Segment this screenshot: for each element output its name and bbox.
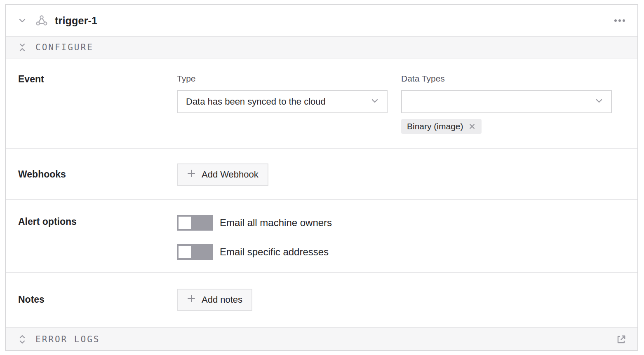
chevron-down-icon [370, 96, 379, 107]
collapse-card-chevron-icon[interactable] [18, 16, 26, 25]
data-types-field-label: Data Types [401, 74, 612, 84]
add-webhook-button-label: Add Webhook [202, 169, 259, 180]
alert-options-label: Alert options [18, 215, 177, 227]
email-all-owners-option: Email all machine owners [177, 215, 332, 231]
configure-section-label: CONFIGURE [35, 42, 94, 52]
data-types-select[interactable] [401, 90, 612, 113]
data-type-chip: Binary (image) [401, 119, 482, 134]
alert-options-row: Alert options Email all machine owners E… [6, 200, 637, 273]
trigger-title: trigger-1 [55, 15, 97, 27]
data-type-chip-label: Binary (image) [407, 121, 463, 131]
event-type-value: Data has been synced to the cloud [186, 96, 370, 107]
chevron-down-icon [595, 96, 604, 107]
email-specific-addresses-toggle-label: Email specific addresses [220, 246, 329, 258]
type-field-label: Type [177, 74, 388, 84]
event-row: Event Type Data has been synced to the c… [6, 58, 637, 149]
trigger-card-header: trigger-1 [6, 5, 637, 36]
add-notes-button-label: Add notes [202, 294, 242, 305]
selected-data-types: Binary (image) [401, 119, 612, 134]
error-logs-section-header[interactable]: ERROR LOGS [6, 328, 637, 350]
notes-row: Notes Add notes [6, 273, 637, 328]
event-type-select[interactable]: Data has been synced to the cloud [177, 90, 388, 113]
trigger-webhook-icon [26, 15, 48, 26]
event-type-field: Type Data has been synced to the cloud [177, 74, 388, 134]
plus-icon [187, 169, 196, 180]
error-logs-section-label: ERROR LOGS [35, 334, 100, 344]
add-webhook-button[interactable]: Add Webhook [177, 163, 268, 186]
notes-label: Notes [18, 289, 177, 305]
email-specific-addresses-toggle[interactable] [177, 244, 213, 260]
event-label: Event [18, 74, 177, 85]
email-specific-addresses-option: Email specific addresses [177, 244, 332, 260]
more-options-icon[interactable] [613, 17, 626, 24]
collapse-section-icon[interactable] [18, 42, 26, 52]
data-types-field: Data Types Binary (image) [401, 74, 612, 134]
webhooks-row: Webhooks Add Webhook [6, 149, 637, 200]
remove-chip-icon[interactable] [468, 123, 476, 130]
plus-icon [187, 294, 196, 306]
configure-section-header[interactable]: CONFIGURE [6, 36, 637, 58]
external-link-icon[interactable] [616, 334, 627, 345]
webhooks-label: Webhooks [18, 163, 177, 180]
email-all-owners-toggle[interactable] [177, 215, 213, 231]
add-notes-button[interactable]: Add notes [177, 289, 252, 311]
expand-section-icon[interactable] [18, 334, 26, 344]
email-all-owners-toggle-label: Email all machine owners [220, 217, 332, 229]
trigger-card: trigger-1 CONFIGURE Event Type Data has … [5, 4, 638, 351]
